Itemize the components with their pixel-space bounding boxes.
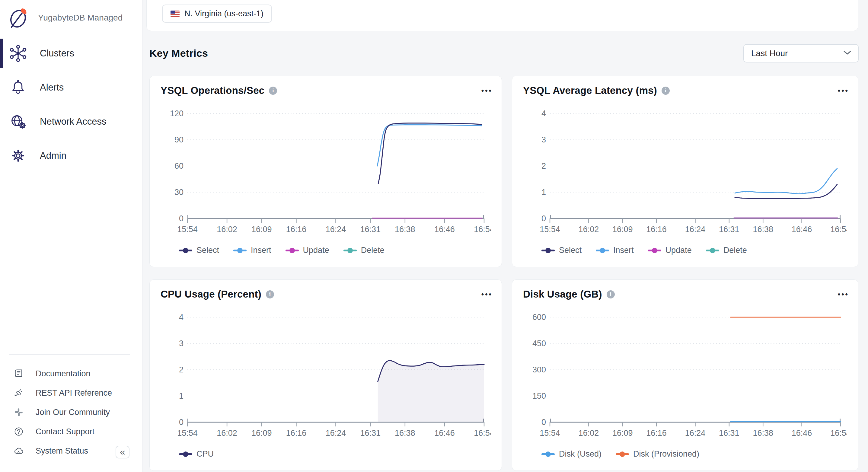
metric-card-ysql-operations: YSQL Operations/Sec i ••• 030609012015:5… [149,76,502,267]
legend-item[interactable]: Select [179,246,219,255]
legend-label: Update [665,246,692,255]
info-icon[interactable]: i [661,87,670,95]
svg-text:16:46: 16:46 [434,429,455,438]
book-icon [12,368,25,379]
cluster-summary-panel: N. Virginia (us-east-1) [146,0,858,31]
legend-marker-icon [706,248,719,253]
info-icon[interactable]: i [607,290,615,298]
slack-icon [12,407,25,417]
page-title: Key Metrics [149,48,208,59]
sidebar-item-label: Contact Support [36,427,94,436]
sidebar-item-network-access[interactable]: Network Access [0,104,142,138]
legend-marker-icon [541,451,555,457]
svg-text:0: 0 [541,214,546,223]
legend-item[interactable]: Disk (Used) [541,449,601,459]
legend-item[interactable]: Update [648,246,692,255]
sidebar-item-admin[interactable]: Admin [0,138,142,172]
sidebar-divider [9,354,130,355]
svg-text:30: 30 [175,188,184,197]
brand-logo[interactable]: YugabyteDB Managed [0,0,142,31]
svg-text:16:38: 16:38 [753,429,773,438]
svg-text:16:31: 16:31 [360,225,380,234]
svg-text:16:31: 16:31 [719,225,739,234]
question-circle-icon [12,426,25,437]
svg-text:16:38: 16:38 [753,225,773,234]
legend-marker-icon [615,451,629,457]
svg-text:16:16: 16:16 [286,429,307,438]
svg-text:16:09: 16:09 [251,225,272,234]
sidebar-item-documentation[interactable]: Documentation [0,364,143,383]
legend-label: CPU [196,449,214,459]
legend-item[interactable]: Insert [595,246,634,255]
svg-text:16:16: 16:16 [286,225,307,234]
info-icon[interactable]: i [269,87,277,95]
svg-text:16:54: 16:54 [474,225,491,234]
ellipsis-menu-icon[interactable]: ••• [838,86,849,95]
legend-marker-icon [648,248,661,253]
legend-item[interactable]: CPU [179,449,214,459]
legend-item[interactable]: Disk (Provisioned) [615,449,699,459]
svg-text:4: 4 [541,109,546,118]
line-chart: 0123415:5416:0216:0916:1616:2416:3116:38… [523,109,847,236]
ellipsis-menu-icon[interactable]: ••• [838,290,849,298]
sidebar-item-label: REST API Reference [36,388,112,398]
gear-icon [8,147,28,165]
svg-text:16:09: 16:09 [612,429,633,438]
svg-text:16:02: 16:02 [579,225,599,234]
sidebar-item-contact-support[interactable]: Contact Support [0,422,143,441]
svg-text:16:54: 16:54 [830,429,847,438]
time-range-value: Last Hour [751,49,788,58]
svg-text:150: 150 [532,391,546,401]
svg-text:16:24: 16:24 [326,429,346,438]
chart-title: YSQL Operations/Sec [161,85,265,96]
svg-text:15:54: 15:54 [539,429,560,438]
legend-label: Delete [361,246,384,255]
legend-item[interactable]: Update [285,246,329,255]
sidebar: YugabyteDB Managed Clusters [0,0,143,472]
time-range-select[interactable]: Last Hour [743,44,859,62]
info-icon[interactable]: i [266,290,274,298]
metric-card-cpu-usage: CPU Usage (Percent) i ••• 0123415:5416:0… [149,279,502,471]
legend-item[interactable]: Delete [343,246,384,255]
legend-label: Insert [613,246,634,255]
legend-item[interactable]: Insert [233,246,271,255]
chart-legend: Disk (Used)Disk (Provisioned) [541,449,699,459]
ellipsis-menu-icon[interactable]: ••• [482,290,493,298]
svg-text:2: 2 [179,365,184,374]
svg-text:16:38: 16:38 [395,225,415,234]
sidebar-item-community[interactable]: Join Our Community [0,403,143,422]
sidebar-item-clusters[interactable]: Clusters [0,36,142,70]
svg-text:60: 60 [175,161,184,170]
svg-text:120: 120 [170,109,184,118]
svg-text:16:38: 16:38 [395,429,415,438]
sidebar-item-rest-api[interactable]: REST API Reference [0,383,143,403]
sidebar-item-alerts[interactable]: Alerts [0,70,142,104]
legend-label: Delete [723,246,747,255]
svg-text:4: 4 [179,313,184,322]
bell-icon [8,79,28,96]
svg-text:16:31: 16:31 [719,429,739,438]
chart-legend: SelectInsertUpdateDelete [179,246,384,255]
legend-marker-icon [343,248,357,253]
sidebar-item-label: Clusters [40,48,74,59]
metric-card-ysql-latency: YSQL Average Latency (ms) i ••• 0123415:… [512,76,858,267]
legend-item[interactable]: Delete [706,246,747,255]
chart-legend: CPU [179,449,214,459]
svg-text:16:02: 16:02 [217,225,237,234]
legend-label: Insert [251,246,271,255]
svg-text:16:16: 16:16 [646,429,667,438]
chevron-down-icon [843,50,851,57]
svg-text:0: 0 [541,418,546,427]
area-chart: 0123415:5416:0216:0916:1616:2416:3116:38… [161,313,491,440]
metric-card-disk-usage: Disk Usage (GB) i ••• 015030045060015:54… [512,279,858,471]
svg-text:16:09: 16:09 [251,429,272,438]
svg-text:600: 600 [532,313,546,322]
region-chip[interactable]: N. Virginia (us-east-1) [162,4,272,23]
sidebar-item-label: Join Our Community [36,408,110,417]
svg-text:3: 3 [541,135,546,144]
legend-label: Select [559,246,582,255]
legend-item[interactable]: Select [541,246,582,255]
chart-legend: SelectInsertUpdateDelete [541,246,747,255]
sidebar-collapse-button[interactable]: « [116,446,129,459]
ellipsis-menu-icon[interactable]: ••• [482,86,493,95]
